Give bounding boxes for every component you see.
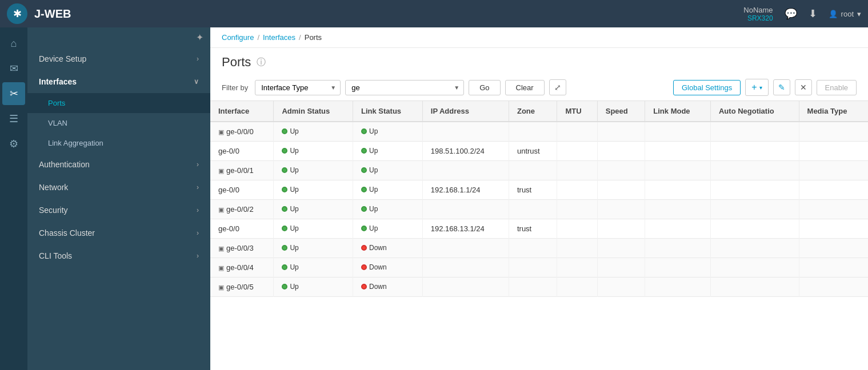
topbar: ✱ J-WEB NoName SRX320 💬 ⬇ 👤 root ▾ bbox=[0, 0, 868, 27]
interface-expand-icon[interactable]: ▣ bbox=[218, 128, 224, 135]
sidebar-item-device-setup[interactable]: Device Setup › bbox=[27, 47, 210, 70]
cell-link-status: Up bbox=[353, 142, 423, 161]
interface-name: ge-0/0/5 bbox=[226, 283, 254, 291]
enable-button[interactable]: Enable bbox=[817, 80, 857, 95]
link-status-text: Up bbox=[369, 224, 378, 232]
cell-admin-status: Up bbox=[274, 219, 353, 239]
add-button[interactable]: + ▾ bbox=[745, 79, 768, 96]
interface-expand-icon[interactable]: ▣ bbox=[218, 264, 224, 271]
interface-name: ge-0/0/3 bbox=[226, 244, 254, 252]
cell-zone: trust bbox=[509, 219, 557, 239]
cell-zone bbox=[509, 200, 557, 219]
interfaces-label: Interfaces bbox=[39, 77, 77, 86]
add-icon: + bbox=[751, 82, 757, 92]
table-row[interactable]: ge-0/0 Up Up 192.168.13.1/24 trust bbox=[210, 219, 868, 239]
global-settings-button[interactable]: Global Settings bbox=[673, 80, 741, 95]
link-status-text: Up bbox=[369, 166, 378, 174]
admin-status-dot bbox=[282, 226, 287, 231]
cell-speed bbox=[597, 142, 645, 161]
cell-speed bbox=[597, 278, 645, 297]
cell-interface: ge-0/0 bbox=[210, 180, 274, 200]
cell-mtu bbox=[557, 278, 597, 297]
table-row[interactable]: ▣ge-0/0/2 Up Up bbox=[210, 200, 868, 219]
table-row[interactable]: ge-0/0 Up Up 198.51.100.2/24 untrust bbox=[210, 142, 868, 161]
filter-type-select[interactable]: Interface Type Zone Admin Status bbox=[255, 80, 341, 95]
page-header: Ports ⓘ bbox=[210, 48, 868, 74]
sidebar-icon-mail[interactable]: ✉ bbox=[2, 57, 25, 80]
cell-admin-status: Up bbox=[274, 258, 353, 278]
cell-speed bbox=[597, 258, 645, 278]
cell-ip-address: 192.168.13.1/24 bbox=[422, 219, 509, 239]
security-label: Security bbox=[39, 206, 68, 215]
cell-ip-address bbox=[422, 258, 509, 278]
link-status-text: Up bbox=[369, 147, 378, 155]
download-icon[interactable]: ⬇ bbox=[809, 7, 817, 20]
cell-auto-neg bbox=[710, 258, 799, 278]
table-row[interactable]: ge-0/0 Up Up 192.168.1.1/24 trust bbox=[210, 180, 868, 200]
filter-type-wrapper: Interface Type Zone Admin Status bbox=[255, 80, 341, 95]
table-row[interactable]: ▣ge-0/0/0 Up Up bbox=[210, 122, 868, 142]
sidebar-icon-docs[interactable]: ☰ bbox=[2, 107, 25, 130]
link-status-text: Up bbox=[369, 205, 378, 213]
edit-button[interactable]: ✎ bbox=[773, 79, 790, 95]
cell-media-type bbox=[799, 239, 868, 258]
sidebar-item-chassis-cluster[interactable]: Chassis Cluster › bbox=[27, 222, 210, 244]
cell-ip-address bbox=[422, 122, 509, 142]
chat-icon[interactable]: 💬 bbox=[785, 7, 797, 20]
table-row[interactable]: ▣ge-0/0/3 Up Down bbox=[210, 239, 868, 258]
sidebar-nav: ✦ Device Setup › Interfaces ∨ Ports VLAN… bbox=[27, 27, 210, 370]
admin-status-text: Up bbox=[290, 263, 298, 271]
filter-value-input[interactable] bbox=[345, 80, 464, 95]
admin-status-text: Up bbox=[290, 127, 298, 135]
breadcrumb-interfaces[interactable]: Interfaces bbox=[263, 33, 295, 42]
sidebar-sub-ports[interactable]: Ports bbox=[27, 93, 210, 113]
breadcrumb-configure[interactable]: Configure bbox=[222, 33, 254, 42]
link-status-dot bbox=[361, 226, 367, 231]
interface-expand-icon[interactable]: ▣ bbox=[218, 167, 224, 174]
table-row[interactable]: ▣ge-0/0/1 Up Up bbox=[210, 161, 868, 180]
table-row[interactable]: ▣ge-0/0/5 Up Down bbox=[210, 278, 868, 297]
sidebar-item-cli-tools[interactable]: CLI Tools › bbox=[27, 244, 210, 267]
expand-button[interactable]: ⤢ bbox=[549, 79, 566, 95]
cell-link-mode bbox=[645, 258, 711, 278]
interface-name: ge-0/0/2 bbox=[226, 205, 254, 214]
cell-admin-status: Up bbox=[274, 142, 353, 161]
cell-link-status: Up bbox=[353, 200, 423, 219]
interface-expand-icon[interactable]: ▣ bbox=[218, 284, 224, 291]
cell-admin-status: Up bbox=[274, 180, 353, 200]
sidebar-pin[interactable]: ✦ bbox=[27, 27, 210, 47]
go-button[interactable]: Go bbox=[469, 80, 500, 95]
cell-zone bbox=[509, 278, 557, 297]
app-title: J-WEB bbox=[34, 7, 737, 21]
cell-interface: ge-0/0 bbox=[210, 142, 274, 161]
cell-link-status: Down bbox=[353, 239, 423, 258]
clear-button[interactable]: Clear bbox=[505, 80, 545, 95]
sidebar-item-network[interactable]: Network › bbox=[27, 176, 210, 199]
table-row[interactable]: ▣ge-0/0/4 Up Down bbox=[210, 258, 868, 278]
sidebar-icon-settings[interactable]: ⚙ bbox=[2, 132, 25, 155]
cell-admin-status: Up bbox=[274, 200, 353, 219]
link-status-dot bbox=[361, 167, 367, 173]
delete-button[interactable]: ✕ bbox=[795, 79, 812, 95]
cell-mtu bbox=[557, 122, 597, 142]
sidebar-icon-tools[interactable]: ✂ bbox=[2, 82, 25, 105]
help-icon[interactable]: ⓘ bbox=[257, 57, 266, 69]
page-title: Ports bbox=[222, 55, 251, 70]
interface-expand-icon[interactable]: ▣ bbox=[218, 206, 224, 213]
sidebar-item-interfaces[interactable]: Interfaces ∨ bbox=[27, 70, 210, 93]
sidebar-icon-dashboard[interactable]: ⌂ bbox=[2, 32, 25, 55]
col-mtu: MTU bbox=[557, 101, 597, 122]
interface-expand-icon[interactable]: ▣ bbox=[218, 245, 224, 252]
sidebar-sub-link-aggregation[interactable]: Link Aggregation bbox=[27, 133, 210, 153]
cell-link-mode bbox=[645, 161, 711, 180]
sidebar-item-security[interactable]: Security › bbox=[27, 199, 210, 222]
main-layout: ⌂ ✉ ✂ ☰ ⚙ ✦ Device Setup › Interfaces ∨ … bbox=[0, 27, 868, 370]
admin-status-text: Up bbox=[290, 244, 298, 252]
sidebar-sub-vlan[interactable]: VLAN bbox=[27, 113, 210, 133]
sidebar-item-authentication[interactable]: Authentication › bbox=[27, 153, 210, 176]
link-status-text: Up bbox=[369, 127, 378, 135]
user-menu[interactable]: 👤 root ▾ bbox=[829, 10, 861, 18]
admin-status-dot bbox=[282, 264, 287, 270]
filter-label: Filter by bbox=[222, 83, 248, 92]
cell-admin-status: Up bbox=[274, 161, 353, 180]
